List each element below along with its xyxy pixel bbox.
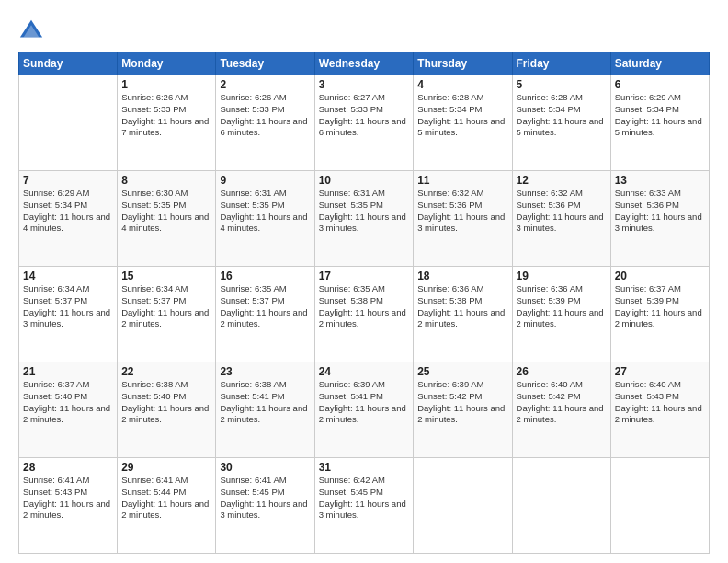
logo bbox=[18, 17, 48, 42]
calendar-cell: 6 Sunrise: 6:29 AMSunset: 5:34 PMDayligh… bbox=[610, 75, 709, 171]
calendar-cell: 26 Sunrise: 6:40 AMSunset: 5:42 PMDaylig… bbox=[512, 362, 610, 458]
day-number: 6 bbox=[615, 78, 705, 91]
calendar-cell: 10 Sunrise: 6:31 AMSunset: 5:35 PMDaylig… bbox=[314, 171, 414, 267]
day-number: 31 bbox=[319, 461, 410, 474]
cell-info: Sunrise: 6:39 AMSunset: 5:42 PMDaylight:… bbox=[417, 379, 507, 426]
day-number: 3 bbox=[319, 78, 410, 91]
cell-info: Sunrise: 6:41 AMSunset: 5:43 PMDaylight:… bbox=[23, 475, 113, 522]
weekday-header: Monday bbox=[118, 52, 216, 75]
logo-icon bbox=[18, 17, 44, 42]
weekday-header: Tuesday bbox=[216, 52, 314, 75]
calendar-cell: 27 Sunrise: 6:40 AMSunset: 5:43 PMDaylig… bbox=[610, 362, 709, 458]
day-number: 21 bbox=[23, 365, 113, 378]
calendar-cell: 29 Sunrise: 6:41 AMSunset: 5:44 PMDaylig… bbox=[118, 458, 216, 554]
calendar-cell: 18 Sunrise: 6:36 AMSunset: 5:38 PMDaylig… bbox=[414, 267, 512, 362]
calendar-cell: 23 Sunrise: 6:38 AMSunset: 5:41 PMDaylig… bbox=[216, 362, 314, 458]
calendar-cell: 4 Sunrise: 6:28 AMSunset: 5:34 PMDayligh… bbox=[414, 75, 512, 171]
cell-info: Sunrise: 6:28 AMSunset: 5:34 PMDaylight:… bbox=[517, 92, 607, 139]
calendar-cell bbox=[19, 75, 118, 171]
calendar-cell: 8 Sunrise: 6:30 AMSunset: 5:35 PMDayligh… bbox=[118, 171, 216, 267]
calendar-week-row: 1 Sunrise: 6:26 AMSunset: 5:33 PMDayligh… bbox=[19, 75, 710, 171]
day-number: 14 bbox=[23, 270, 113, 282]
day-number: 25 bbox=[417, 365, 507, 378]
cell-info: Sunrise: 6:29 AMSunset: 5:34 PMDaylight:… bbox=[615, 92, 705, 139]
day-number: 20 bbox=[615, 270, 705, 282]
calendar-cell: 9 Sunrise: 6:31 AMSunset: 5:35 PMDayligh… bbox=[216, 171, 314, 267]
day-number: 2 bbox=[220, 78, 310, 91]
cell-info: Sunrise: 6:29 AMSunset: 5:34 PMDaylight:… bbox=[23, 188, 113, 235]
calendar-cell: 2 Sunrise: 6:26 AMSunset: 5:33 PMDayligh… bbox=[216, 75, 314, 171]
day-number: 17 bbox=[319, 270, 410, 282]
cell-info: Sunrise: 6:40 AMSunset: 5:43 PMDaylight:… bbox=[615, 379, 705, 426]
day-number: 11 bbox=[417, 174, 507, 187]
day-number: 4 bbox=[417, 78, 507, 91]
calendar-cell: 31 Sunrise: 6:42 AMSunset: 5:45 PMDaylig… bbox=[314, 458, 414, 554]
calendar-week-row: 14 Sunrise: 6:34 AMSunset: 5:37 PMDaylig… bbox=[19, 267, 710, 362]
calendar-cell: 22 Sunrise: 6:38 AMSunset: 5:40 PMDaylig… bbox=[118, 362, 216, 458]
cell-info: Sunrise: 6:34 AMSunset: 5:37 PMDaylight:… bbox=[23, 283, 113, 330]
cell-info: Sunrise: 6:36 AMSunset: 5:38 PMDaylight:… bbox=[417, 283, 507, 330]
cell-info: Sunrise: 6:41 AMSunset: 5:45 PMDaylight:… bbox=[220, 475, 310, 522]
weekday-header: Friday bbox=[512, 52, 610, 75]
calendar-cell: 19 Sunrise: 6:36 AMSunset: 5:39 PMDaylig… bbox=[512, 267, 610, 362]
day-number: 26 bbox=[517, 365, 607, 378]
header bbox=[18, 17, 710, 42]
day-number: 16 bbox=[220, 270, 310, 282]
day-number: 22 bbox=[121, 365, 211, 378]
day-number: 15 bbox=[121, 270, 211, 282]
calendar-cell: 13 Sunrise: 6:33 AMSunset: 5:36 PMDaylig… bbox=[610, 171, 709, 267]
cell-info: Sunrise: 6:37 AMSunset: 5:40 PMDaylight:… bbox=[23, 379, 113, 426]
day-number: 10 bbox=[319, 174, 410, 187]
weekday-header: Sunday bbox=[19, 52, 118, 75]
cell-info: Sunrise: 6:34 AMSunset: 5:37 PMDaylight:… bbox=[121, 283, 211, 330]
cell-info: Sunrise: 6:26 AMSunset: 5:33 PMDaylight:… bbox=[121, 92, 211, 139]
day-number: 13 bbox=[615, 174, 705, 187]
weekday-header: Wednesday bbox=[314, 52, 414, 75]
day-number: 8 bbox=[121, 174, 211, 187]
calendar-cell: 3 Sunrise: 6:27 AMSunset: 5:33 PMDayligh… bbox=[314, 75, 414, 171]
calendar-cell: 24 Sunrise: 6:39 AMSunset: 5:41 PMDaylig… bbox=[314, 362, 414, 458]
cell-info: Sunrise: 6:40 AMSunset: 5:42 PMDaylight:… bbox=[517, 379, 607, 426]
calendar-cell: 1 Sunrise: 6:26 AMSunset: 5:33 PMDayligh… bbox=[118, 75, 216, 171]
cell-info: Sunrise: 6:32 AMSunset: 5:36 PMDaylight:… bbox=[417, 188, 507, 235]
calendar-cell: 17 Sunrise: 6:35 AMSunset: 5:38 PMDaylig… bbox=[314, 267, 414, 362]
calendar-cell bbox=[512, 458, 610, 554]
cell-info: Sunrise: 6:31 AMSunset: 5:35 PMDaylight:… bbox=[319, 188, 410, 235]
day-number: 7 bbox=[23, 174, 113, 187]
calendar-cell: 21 Sunrise: 6:37 AMSunset: 5:40 PMDaylig… bbox=[19, 362, 118, 458]
day-number: 9 bbox=[220, 174, 310, 187]
cell-info: Sunrise: 6:35 AMSunset: 5:37 PMDaylight:… bbox=[220, 283, 310, 330]
day-number: 30 bbox=[220, 461, 310, 474]
cell-info: Sunrise: 6:36 AMSunset: 5:39 PMDaylight:… bbox=[517, 283, 607, 330]
cell-info: Sunrise: 6:32 AMSunset: 5:36 PMDaylight:… bbox=[517, 188, 607, 235]
calendar-week-row: 7 Sunrise: 6:29 AMSunset: 5:34 PMDayligh… bbox=[19, 171, 710, 267]
calendar: SundayMondayTuesdayWednesdayThursdayFrid… bbox=[18, 52, 710, 554]
cell-info: Sunrise: 6:38 AMSunset: 5:40 PMDaylight:… bbox=[121, 379, 211, 426]
calendar-cell bbox=[610, 458, 709, 554]
cell-info: Sunrise: 6:37 AMSunset: 5:39 PMDaylight:… bbox=[615, 283, 705, 330]
weekday-header: Saturday bbox=[610, 52, 709, 75]
cell-info: Sunrise: 6:28 AMSunset: 5:34 PMDaylight:… bbox=[417, 92, 507, 139]
calendar-cell: 30 Sunrise: 6:41 AMSunset: 5:45 PMDaylig… bbox=[216, 458, 314, 554]
calendar-cell: 15 Sunrise: 6:34 AMSunset: 5:37 PMDaylig… bbox=[118, 267, 216, 362]
calendar-cell: 28 Sunrise: 6:41 AMSunset: 5:43 PMDaylig… bbox=[19, 458, 118, 554]
cell-info: Sunrise: 6:35 AMSunset: 5:38 PMDaylight:… bbox=[319, 283, 410, 330]
cell-info: Sunrise: 6:41 AMSunset: 5:44 PMDaylight:… bbox=[121, 475, 211, 522]
calendar-cell bbox=[414, 458, 512, 554]
calendar-cell: 5 Sunrise: 6:28 AMSunset: 5:34 PMDayligh… bbox=[512, 75, 610, 171]
cell-info: Sunrise: 6:27 AMSunset: 5:33 PMDaylight:… bbox=[319, 92, 410, 139]
calendar-week-row: 21 Sunrise: 6:37 AMSunset: 5:40 PMDaylig… bbox=[19, 362, 710, 458]
day-number: 29 bbox=[121, 461, 211, 474]
day-number: 5 bbox=[517, 78, 607, 91]
day-number: 1 bbox=[121, 78, 211, 91]
cell-info: Sunrise: 6:30 AMSunset: 5:35 PMDaylight:… bbox=[121, 188, 211, 235]
calendar-cell: 12 Sunrise: 6:32 AMSunset: 5:36 PMDaylig… bbox=[512, 171, 610, 267]
weekday-header: Thursday bbox=[414, 52, 512, 75]
cell-info: Sunrise: 6:39 AMSunset: 5:41 PMDaylight:… bbox=[319, 379, 410, 426]
cell-info: Sunrise: 6:42 AMSunset: 5:45 PMDaylight:… bbox=[319, 475, 410, 522]
calendar-week-row: 28 Sunrise: 6:41 AMSunset: 5:43 PMDaylig… bbox=[19, 458, 710, 554]
day-number: 18 bbox=[417, 270, 507, 282]
calendar-cell: 25 Sunrise: 6:39 AMSunset: 5:42 PMDaylig… bbox=[414, 362, 512, 458]
calendar-cell: 20 Sunrise: 6:37 AMSunset: 5:39 PMDaylig… bbox=[610, 267, 709, 362]
calendar-header-row: SundayMondayTuesdayWednesdayThursdayFrid… bbox=[19, 52, 710, 75]
